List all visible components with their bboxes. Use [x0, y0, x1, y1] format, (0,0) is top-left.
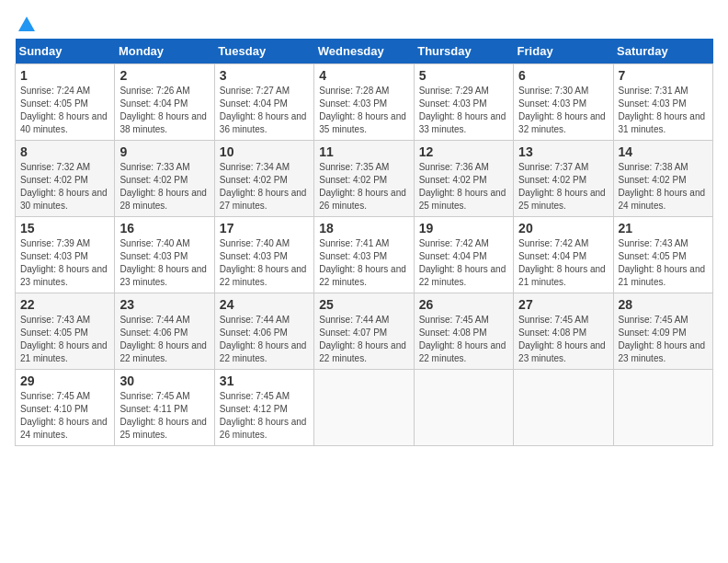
weekday-header-tuesday: Tuesday	[214, 39, 313, 64]
weekday-header-thursday: Thursday	[414, 39, 513, 64]
calendar-cell: 10Sunrise: 7:34 AMSunset: 4:02 PMDayligh…	[214, 141, 313, 217]
calendar-cell: 8Sunrise: 7:32 AMSunset: 4:02 PMDaylight…	[16, 141, 115, 217]
calendar-cell: 16Sunrise: 7:40 AMSunset: 4:03 PMDayligh…	[115, 217, 214, 293]
weekday-header-friday: Friday	[514, 39, 613, 64]
calendar-cell: 30Sunrise: 7:45 AMSunset: 4:11 PMDayligh…	[115, 370, 214, 446]
calendar-cell: 19Sunrise: 7:42 AMSunset: 4:04 PMDayligh…	[414, 217, 513, 293]
calendar-cell: 1Sunrise: 7:24 AMSunset: 4:05 PMDaylight…	[16, 64, 115, 141]
logo	[15, 15, 37, 31]
calendar-cell: 18Sunrise: 7:41 AMSunset: 4:03 PMDayligh…	[314, 217, 414, 293]
calendar-cell: 28Sunrise: 7:45 AMSunset: 4:09 PMDayligh…	[613, 293, 712, 370]
calendar-cell: 2Sunrise: 7:26 AMSunset: 4:04 PMDaylight…	[115, 64, 214, 141]
calendar-table: SundayMondayTuesdayWednesdayThursdayFrid…	[15, 39, 713, 446]
calendar-cell: 9Sunrise: 7:33 AMSunset: 4:02 PMDaylight…	[115, 141, 214, 217]
calendar-cell	[613, 370, 712, 446]
weekday-header-monday: Monday	[115, 39, 214, 64]
calendar-cell: 26Sunrise: 7:45 AMSunset: 4:08 PMDayligh…	[414, 293, 513, 370]
calendar-cell	[514, 370, 613, 446]
calendar-cell: 6Sunrise: 7:30 AMSunset: 4:03 PMDaylight…	[514, 64, 613, 141]
weekday-header-saturday: Saturday	[613, 39, 712, 64]
calendar-cell: 15Sunrise: 7:39 AMSunset: 4:03 PMDayligh…	[16, 217, 115, 293]
calendar-cell: 13Sunrise: 7:37 AMSunset: 4:02 PMDayligh…	[514, 141, 613, 217]
calendar-cell	[314, 370, 414, 446]
calendar-cell: 11Sunrise: 7:35 AMSunset: 4:02 PMDayligh…	[314, 141, 414, 217]
calendar-cell: 21Sunrise: 7:43 AMSunset: 4:05 PMDayligh…	[613, 217, 712, 293]
calendar-cell: 14Sunrise: 7:38 AMSunset: 4:02 PMDayligh…	[613, 141, 712, 217]
calendar-cell: 31Sunrise: 7:45 AMSunset: 4:12 PMDayligh…	[214, 370, 313, 446]
calendar-cell: 27Sunrise: 7:45 AMSunset: 4:08 PMDayligh…	[514, 293, 613, 370]
calendar-cell: 25Sunrise: 7:44 AMSunset: 4:07 PMDayligh…	[314, 293, 414, 370]
weekday-header-sunday: Sunday	[16, 39, 115, 64]
weekday-header-wednesday: Wednesday	[314, 39, 414, 64]
calendar-cell: 22Sunrise: 7:43 AMSunset: 4:05 PMDayligh…	[16, 293, 115, 370]
calendar-cell: 4Sunrise: 7:28 AMSunset: 4:03 PMDaylight…	[314, 64, 414, 141]
calendar-cell: 20Sunrise: 7:42 AMSunset: 4:04 PMDayligh…	[514, 217, 613, 293]
calendar-cell: 12Sunrise: 7:36 AMSunset: 4:02 PMDayligh…	[414, 141, 513, 217]
calendar-cell: 24Sunrise: 7:44 AMSunset: 4:06 PMDayligh…	[214, 293, 313, 370]
calendar-cell: 29Sunrise: 7:45 AMSunset: 4:10 PMDayligh…	[16, 370, 115, 446]
calendar-cell: 5Sunrise: 7:29 AMSunset: 4:03 PMDaylight…	[414, 64, 513, 141]
logo-icon	[17, 15, 37, 35]
calendar-cell: 17Sunrise: 7:40 AMSunset: 4:03 PMDayligh…	[214, 217, 313, 293]
calendar-cell	[414, 370, 513, 446]
calendar-cell: 7Sunrise: 7:31 AMSunset: 4:03 PMDaylight…	[613, 64, 712, 141]
calendar-cell: 3Sunrise: 7:27 AMSunset: 4:04 PMDaylight…	[214, 64, 313, 141]
calendar-cell: 23Sunrise: 7:44 AMSunset: 4:06 PMDayligh…	[115, 293, 214, 370]
svg-marker-0	[18, 17, 35, 31]
